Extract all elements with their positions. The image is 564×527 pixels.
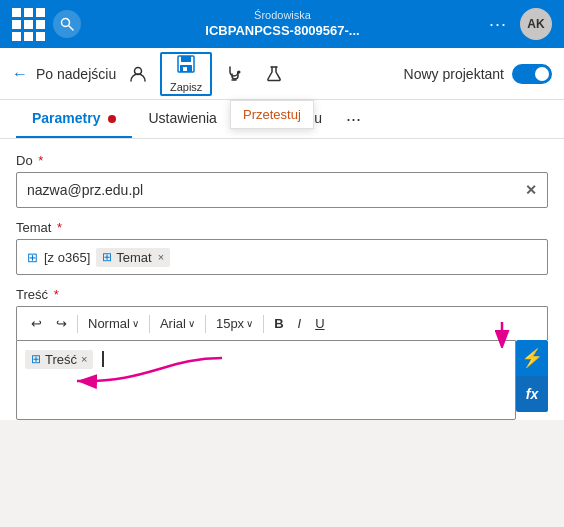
underline-label: U (315, 316, 324, 331)
italic-button[interactable]: I (292, 313, 308, 334)
tab-parametry-dot (108, 115, 116, 123)
avatar[interactable]: AK (520, 8, 552, 40)
undo-button[interactable]: ↩ (25, 313, 48, 334)
tab-ustawienia[interactable]: Ustawienia (132, 100, 232, 138)
z-o365-label: [z o365] (44, 250, 90, 265)
tab-parametry-label: Parametry (32, 110, 101, 126)
underline-button[interactable]: U (309, 313, 330, 334)
size-dropdown[interactable]: 15px ∨ (210, 313, 259, 334)
tabs-more-button[interactable]: ··· (338, 101, 369, 138)
to-clear-icon[interactable]: ✕ (525, 182, 537, 198)
env-label: Środowiska (254, 8, 311, 22)
svg-rect-4 (181, 56, 191, 62)
separator-4 (263, 315, 264, 333)
editor-cursor (102, 351, 104, 367)
subject-required: * (53, 220, 62, 235)
editor-area-wrapper: ⊞ Treść × (16, 340, 548, 420)
beaker-icon-button[interactable] (256, 52, 292, 96)
font-chevron-icon: ∨ (188, 318, 195, 329)
fx-button[interactable]: fx (516, 376, 548, 412)
italic-label: I (298, 316, 302, 331)
new-designer-label: Nowy projektant (404, 66, 504, 82)
font-label: Arial (160, 316, 186, 331)
bold-label: B (274, 316, 283, 331)
subject-field-group: Temat * ⊞ [z o365] ⊞ Temat × (16, 220, 548, 275)
to-field-group: Do * ✕ (16, 153, 548, 208)
to-input-wrapper[interactable]: ✕ (16, 172, 548, 208)
redo-button[interactable]: ↪ (50, 313, 73, 334)
font-dropdown[interactable]: Arial ∨ (154, 313, 201, 334)
separator-2 (149, 315, 150, 333)
tag-outlook-icon: ⊞ (102, 250, 112, 264)
tab-ustawienia-label: Ustawienia (148, 110, 216, 126)
lightning-icon: ⚡ (521, 347, 543, 369)
top-bar: Środowiska ICBPANPCSS-8009567-... ··· AK (0, 0, 564, 48)
subject-tag-close[interactable]: × (158, 251, 164, 263)
to-label: Do * (16, 153, 548, 168)
size-chevron-icon: ∨ (246, 318, 253, 329)
editor-toolbar: ↩ ↪ Normal ∨ Arial ∨ 15px ∨ B (16, 306, 548, 340)
subject-label: Temat * (16, 220, 548, 235)
svg-line-1 (69, 26, 73, 30)
undo-icon: ↩ (31, 316, 42, 331)
person-icon-button[interactable] (120, 52, 156, 96)
back-arrow-icon: ← (12, 65, 28, 83)
toolbar: ← Po nadejściu Zapisz (0, 48, 564, 100)
body-tag-outlook-icon: ⊞ (31, 352, 41, 366)
back-label: Po nadejściu (36, 66, 116, 82)
body-tag-close[interactable]: × (81, 353, 87, 365)
body-required: * (50, 287, 59, 302)
stethoscope-icon-button[interactable] (216, 52, 252, 96)
normal-chevron-icon: ∨ (132, 318, 139, 329)
subject-input-wrapper[interactable]: ⊞ [z o365] ⊞ Temat × (16, 239, 548, 275)
fx-label: fx (526, 386, 538, 402)
editor-area[interactable]: ⊞ Treść × (16, 340, 516, 420)
redo-icon: ↪ (56, 316, 67, 331)
lightning-button[interactable]: ⚡ (516, 340, 548, 376)
normal-label: Normal (88, 316, 130, 331)
separator-3 (205, 315, 206, 333)
svg-rect-6 (183, 67, 187, 71)
normal-dropdown[interactable]: Normal ∨ (82, 313, 145, 334)
environment-info: Środowiska ICBPANPCSS-8009567-... (89, 8, 476, 39)
subject-tag: ⊞ Temat × (96, 248, 170, 267)
apps-grid-icon[interactable] (12, 8, 45, 41)
bold-button[interactable]: B (268, 313, 289, 334)
z-o365-icon: ⊞ (27, 250, 38, 265)
svg-point-7 (238, 70, 241, 73)
search-button[interactable] (53, 10, 81, 38)
side-buttons: ⚡ fx (516, 340, 548, 420)
to-required: * (35, 153, 44, 168)
back-button[interactable]: ← Po nadejściu (12, 65, 116, 83)
body-tag-label: Treść (45, 352, 77, 367)
env-id: ICBPANPCSS-8009567-... (205, 23, 359, 40)
przetestuj-label: Przetestuj (243, 107, 301, 122)
subject-tags: ⊞ [z o365] ⊞ Temat × (27, 248, 170, 267)
save-label: Zapisz (170, 81, 202, 93)
separator-1 (77, 315, 78, 333)
main-content: Do * ✕ Temat * ⊞ [z o365] ⊞ Temat × T (0, 139, 564, 420)
body-field-group: Treść * ↩ ↪ Normal ∨ Arial ∨ 15px ∨ (16, 287, 548, 420)
tab-parametry[interactable]: Parametry (16, 100, 132, 138)
body-label: Treść * (16, 287, 548, 302)
svg-point-0 (62, 19, 70, 27)
new-designer-toggle[interactable] (512, 64, 552, 84)
przetestuj-tooltip[interactable]: Przetestuj (230, 100, 314, 129)
save-disk-icon (176, 54, 196, 79)
new-designer-toggle-group: Nowy projektant (404, 64, 552, 84)
size-label: 15px (216, 316, 244, 331)
save-button[interactable]: Zapisz (160, 52, 212, 96)
body-tag: ⊞ Treść × (25, 350, 93, 369)
to-input[interactable] (27, 182, 525, 198)
subject-tag-label: Temat (116, 250, 151, 265)
more-options-button[interactable]: ··· (484, 10, 512, 38)
